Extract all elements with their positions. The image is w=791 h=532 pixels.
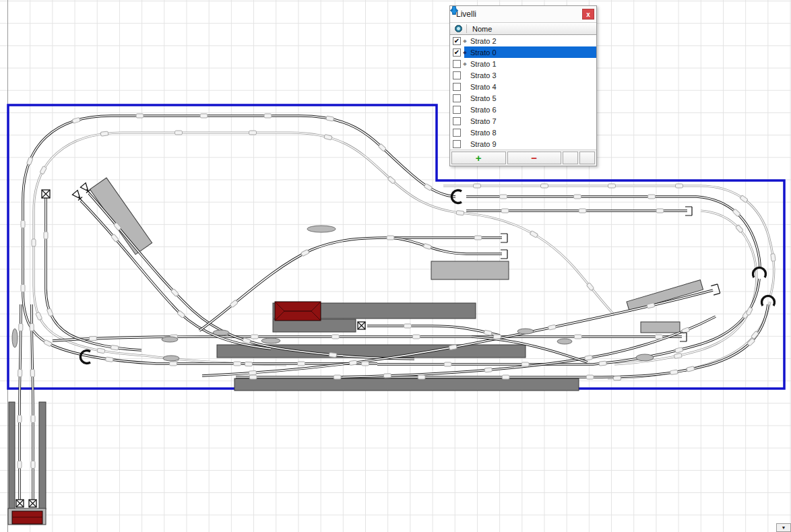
loop-connector-icon	[753, 267, 766, 277]
layer-name: Strato 9	[469, 140, 497, 148]
track-plan-canvas[interactable]: Livelli x Nome ✔◆Strato 2✔◆Strato 0◆Stra…	[0, 0, 791, 532]
layer-row-strato-0[interactable]: ✔◆Strato 0	[450, 46, 596, 58]
loop-connector-icon	[762, 296, 775, 306]
header-separator	[466, 24, 467, 33]
close-icon[interactable]: x	[582, 9, 594, 20]
layer-marker-icon: ◆	[461, 38, 469, 44]
move-layer-down-button[interactable]	[579, 152, 595, 164]
layer-name: Strato 4	[469, 83, 497, 91]
layer-name: Strato 2	[469, 37, 497, 45]
layer-row-strato-5[interactable]: Strato 5	[450, 92, 596, 104]
add-layer-button[interactable]: +	[451, 152, 506, 164]
down-arrow-icon	[450, 6, 458, 15]
remove-layer-button[interactable]: −	[507, 152, 562, 164]
buffer-box-icon	[29, 500, 36, 507]
layer-marker-icon: ◆	[461, 61, 469, 67]
buffer-box-icon	[42, 190, 50, 198]
layer-row-strato-1[interactable]: ◆Strato 1	[450, 58, 596, 69]
layer-row-strato-9[interactable]: Strato 9	[450, 138, 596, 149]
layout-drawing	[0, 0, 791, 532]
layer-name: Strato 5	[469, 94, 497, 102]
layer-row-strato-7[interactable]: Strato 7	[450, 115, 596, 127]
layer-row-strato-4[interactable]: Strato 4	[450, 81, 596, 92]
layer-row-strato-3[interactable]: Strato 3	[450, 69, 596, 81]
buffer-box-icon	[16, 500, 24, 507]
move-layer-up-button[interactable]	[563, 152, 578, 164]
layer-visibility-checkbox[interactable]	[453, 140, 461, 148]
layer-visibility-checkbox[interactable]	[453, 106, 461, 114]
building-red-main	[275, 302, 321, 321]
layer-name: Strato 0	[469, 48, 497, 57]
layers-panel-titlebar[interactable]: Livelli x	[450, 6, 596, 22]
tracks-gray	[34, 133, 774, 378]
layers-toolbar: + −	[450, 150, 596, 166]
layers-panel: Livelli x Nome ✔◆Strato 2✔◆Strato 0◆Stra…	[449, 5, 597, 166]
eye-icon	[455, 25, 462, 32]
layer-name: Strato 7	[469, 117, 497, 125]
platforms	[8, 178, 703, 525]
layer-name: Strato 3	[469, 71, 497, 79]
layer-list: ✔◆Strato 2✔◆Strato 0◆Strato 1Strato 3Str…	[450, 35, 596, 150]
name-column-header: Nome	[472, 25, 492, 33]
layer-visibility-checkbox[interactable]: ✔	[453, 37, 461, 45]
layer-visibility-checkbox[interactable]	[453, 94, 461, 102]
layer-visibility-checkbox[interactable]: ✔	[453, 48, 461, 57]
layer-row-strato-6[interactable]: Strato 6	[450, 104, 596, 115]
layer-list-header: Nome	[450, 22, 596, 35]
layer-marker-icon: ◆	[461, 50, 469, 55]
layer-name: Strato 8	[469, 129, 497, 137]
layer-name: Strato 6	[469, 106, 497, 114]
building-red-small	[12, 511, 42, 524]
track-accessories	[12, 226, 654, 361]
layer-visibility-checkbox[interactable]	[453, 117, 461, 125]
layers-panel-title: Livelli	[456, 9, 476, 19]
layer-row-strato-2[interactable]: ✔◆Strato 2	[450, 35, 596, 46]
buffer-box-icon	[358, 322, 365, 329]
layer-visibility-checkbox[interactable]	[453, 83, 461, 91]
layer-visibility-checkbox[interactable]	[453, 129, 461, 137]
scroll-down-button[interactable]: ▼	[776, 523, 791, 532]
layer-name: Strato 1	[469, 60, 497, 68]
layer-visibility-checkbox[interactable]	[453, 60, 461, 68]
layer-row-strato-8[interactable]: Strato 8	[450, 127, 596, 138]
layer-visibility-checkbox[interactable]	[453, 71, 461, 79]
